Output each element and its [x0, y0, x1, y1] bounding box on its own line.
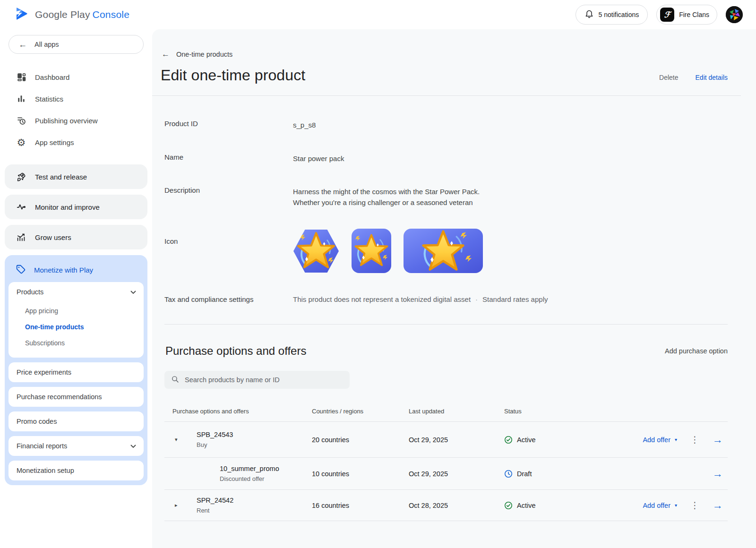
- top-bar: Google PlayConsole 5 notifications ℱ Fir…: [0, 0, 756, 29]
- sidebar-card-financial-reports[interactable]: Financial reports: [9, 436, 144, 456]
- search-icon: [171, 375, 179, 385]
- add-purchase-option-button[interactable]: Add purchase option: [665, 347, 728, 355]
- breadcrumb-label: One-time products: [176, 51, 232, 58]
- add-offer-button[interactable]: Add offer ▾: [643, 502, 677, 509]
- pulse-icon: [16, 201, 27, 213]
- status-badge: Active: [504, 501, 599, 510]
- back-arrow-icon: ←: [162, 50, 170, 58]
- rocket-icon: [16, 171, 27, 182]
- col-header: Status: [504, 408, 599, 415]
- card-label: Financial reports: [17, 442, 67, 450]
- back-arrow-icon: ←: [18, 40, 27, 49]
- field-label: Tax and compliance settings: [164, 295, 293, 303]
- open-row-arrow[interactable]: →: [713, 499, 723, 512]
- chevron-down-icon: [130, 442, 136, 450]
- delete-button[interactable]: Delete: [659, 74, 678, 81]
- search-box[interactable]: [164, 371, 350, 389]
- breadcrumb[interactable]: ← One-time products: [162, 50, 756, 58]
- overflow-menu-button[interactable]: ⋮: [690, 434, 699, 445]
- open-row-arrow[interactable]: →: [713, 468, 723, 480]
- updated-cell: Oct 29, 2025: [409, 470, 504, 478]
- col-header: Last updated: [409, 408, 504, 415]
- sidebar-group-monetize-with-play[interactable]: Monetize with Play: [9, 258, 144, 282]
- play-triangle-icon: [14, 6, 29, 23]
- sidebar: ← All apps Dashboard Statistics: [0, 29, 152, 548]
- caret-down-icon: ▾: [675, 503, 677, 508]
- field-label: Icon: [164, 229, 293, 274]
- collapse-row-icon[interactable]: ▾: [164, 437, 185, 443]
- add-offer-button[interactable]: Add offer ▾: [643, 436, 677, 444]
- row-id-cell: SPR_24542 Rent: [185, 497, 312, 514]
- card-label: Promo codes: [17, 418, 57, 425]
- field-label: Name: [164, 153, 293, 164]
- divider: [152, 95, 741, 96]
- sidebar-item-app-pricing[interactable]: App pricing: [9, 303, 144, 319]
- all-apps-button[interactable]: ← All apps: [9, 35, 144, 54]
- sidebar-group-test-and-release[interactable]: Test and release: [5, 164, 147, 189]
- table-row: ▾ SPB_24543 Buy 20 countries Oct 29, 202…: [164, 422, 728, 458]
- status-badge: Draft: [504, 470, 599, 478]
- field-icon: Icon: [152, 229, 756, 274]
- sidebar-item-one-time-products[interactable]: One-time products: [9, 319, 144, 335]
- sidebar-item-app-settings[interactable]: ⚙ App settings: [0, 131, 152, 153]
- active-check-icon: [504, 436, 513, 444]
- app-switcher-button[interactable]: ℱ Fire Clans: [656, 5, 717, 25]
- countries-cell: 16 countries: [312, 502, 409, 509]
- sidebar-item-label: Statistics: [35, 95, 63, 103]
- field-label: Description: [164, 186, 293, 208]
- col-header: Purchase options and offers: [164, 408, 312, 415]
- products-toggle[interactable]: Products: [9, 282, 144, 302]
- field-tax: Tax and compliance settings This product…: [152, 295, 756, 303]
- divider: [164, 324, 728, 325]
- sidebar-item-dashboard[interactable]: Dashboard: [0, 66, 152, 88]
- field-name: Name Star power pack: [152, 153, 756, 164]
- overflow-menu-button[interactable]: ⋮: [690, 500, 699, 511]
- updated-cell: Oct 29, 2025: [409, 436, 504, 444]
- countries-cell: 20 countries: [312, 436, 409, 444]
- card-label: Purchase recommendations: [17, 393, 102, 401]
- sidebar-card-promo-codes[interactable]: Promo codes: [9, 411, 144, 431]
- expand-row-icon[interactable]: ▸: [164, 502, 185, 508]
- purchase-section-title: Purchase options and offers: [165, 344, 306, 358]
- field-value: s_p_s8: [293, 120, 316, 130]
- statistics-icon: [16, 93, 27, 104]
- sidebar-card-monetization-setup[interactable]: Monetization setup: [9, 461, 144, 480]
- purchase-options-table: Purchase options and offers Countries / …: [164, 403, 728, 521]
- sidebar-item-publishing-overview[interactable]: Publishing overview: [0, 110, 152, 131]
- sidebar-group-label: Monitor and improve: [35, 203, 100, 211]
- search-input[interactable]: [185, 376, 343, 384]
- dot-separator: ·: [475, 295, 478, 303]
- product-icon-square: [352, 229, 391, 273]
- sidebar-card-price-experiments[interactable]: Price experiments: [9, 362, 144, 382]
- sidebar-group-grow-users[interactable]: Grow users: [5, 225, 147, 249]
- sidebar-group-monitor-and-improve[interactable]: Monitor and improve: [5, 195, 147, 219]
- publishing-overview-icon: [16, 115, 27, 126]
- status-badge: Active: [504, 436, 599, 444]
- chevron-down-icon: [130, 288, 136, 296]
- row-id-cell: SPB_24543 Buy: [185, 431, 312, 448]
- monetize-label: Monetize with Play: [34, 266, 93, 274]
- col-header: Countries / regions: [312, 408, 409, 415]
- edit-details-button[interactable]: Edit details: [696, 74, 728, 81]
- app-name: Fire Clans: [679, 11, 709, 18]
- dashboard-icon: [16, 71, 27, 83]
- play-console-logo[interactable]: Google PlayConsole: [14, 6, 129, 23]
- countries-cell: 10 countries: [312, 470, 409, 478]
- gear-icon: ⚙: [16, 137, 27, 148]
- open-row-arrow[interactable]: →: [713, 434, 723, 446]
- notifications-button[interactable]: 5 notifications: [576, 5, 648, 25]
- card-label: Monetization setup: [17, 467, 74, 474]
- sidebar-card-purchase-recommendations[interactable]: Purchase recommendations: [9, 387, 144, 407]
- sidebar-item-label: App settings: [35, 138, 74, 146]
- notifications-label: 5 notifications: [599, 11, 639, 18]
- sidebar-item-subscriptions[interactable]: Subscriptions: [9, 335, 144, 351]
- field-value: Star power pack: [293, 153, 344, 164]
- field-product-id: Product ID s_p_s8: [152, 120, 756, 130]
- product-icon-strip: [293, 229, 483, 274]
- avatar[interactable]: [726, 6, 743, 23]
- main-panel: ← One-time products Edit one-time produc…: [152, 29, 756, 548]
- products-label: Products: [17, 288, 43, 296]
- sidebar-item-statistics[interactable]: Statistics: [0, 88, 152, 110]
- table-row: 10_summer_promo Discounted offer 10 coun…: [164, 458, 728, 490]
- sidebar-group-label: Grow users: [35, 233, 71, 241]
